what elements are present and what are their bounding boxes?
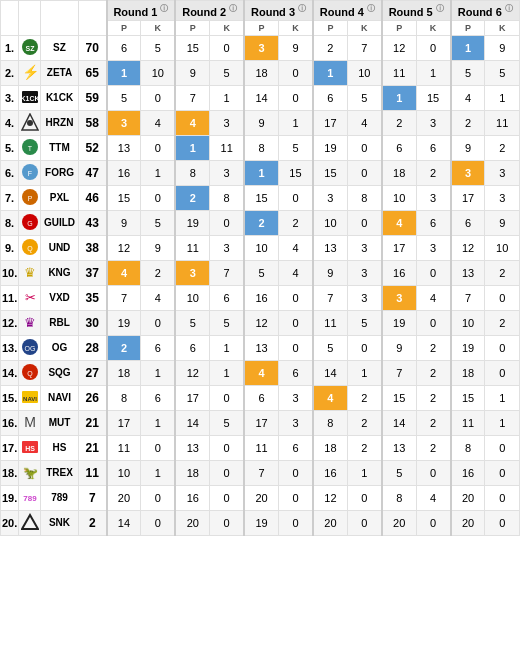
round1-k-cell: 0: [141, 435, 175, 460]
round2-p-cell: 8: [175, 160, 209, 185]
round2-k-cell: 6: [210, 285, 244, 310]
total-cell: 59: [79, 85, 107, 110]
round6-p-cell: 20: [451, 510, 485, 535]
round2-k-cell: 11: [210, 135, 244, 160]
round4-p-cell: 4: [313, 385, 347, 410]
table-row: 8.GGUILD4395190221004669: [1, 210, 520, 235]
round2-p-cell: 5: [175, 310, 209, 335]
round5-k-cell: 2: [416, 335, 450, 360]
round1-k-cell: 6: [141, 385, 175, 410]
round6-header: Round 6 ⓘ: [451, 1, 520, 21]
round5-k-cell: 2: [416, 410, 450, 435]
round5-p-cell: 4: [382, 210, 416, 235]
round2-k-cell: 3: [210, 160, 244, 185]
svg-text:M: M: [24, 414, 36, 430]
total-header: [79, 1, 107, 36]
round3-p-cell: 11: [244, 435, 278, 460]
round6-k-cell: 1: [485, 385, 520, 410]
round6-k-cell: 1: [485, 85, 520, 110]
round2-k-cell: 0: [210, 210, 244, 235]
logo-cell: [19, 510, 41, 535]
round3-k-cell: 0: [279, 335, 313, 360]
round6-k-cell: 3: [485, 185, 520, 210]
total-cell: 46: [79, 185, 107, 210]
round4-p-cell: 14: [313, 360, 347, 385]
round6-k-cell: 0: [485, 510, 520, 535]
round6-p-cell: 3: [451, 160, 485, 185]
r5-k: K: [416, 20, 450, 35]
round1-p-cell: 20: [107, 485, 141, 510]
round5-k-cell: 3: [416, 185, 450, 210]
rank-cell: 6.: [1, 160, 19, 185]
round4-p-cell: 19: [313, 135, 347, 160]
round3-k-cell: 3: [279, 385, 313, 410]
round6-p-cell: 17: [451, 185, 485, 210]
round4-p-cell: 10: [313, 210, 347, 235]
round4-p-cell: 8: [313, 410, 347, 435]
round5-p-cell: 16: [382, 260, 416, 285]
round6-p-cell: 8: [451, 435, 485, 460]
rank-cell: 10.: [1, 260, 19, 285]
round2-k-cell: 7: [210, 260, 244, 285]
round3-p-cell: 14: [244, 85, 278, 110]
round1-p-cell: 19: [107, 310, 141, 335]
rank-cell: 8.: [1, 210, 19, 235]
rank-cell: 16.: [1, 410, 19, 435]
round6-p-cell: 2: [451, 110, 485, 135]
round2-k-cell: 3: [210, 235, 244, 260]
round1-p-cell: 17: [107, 410, 141, 435]
logo-cell: ♛: [19, 310, 41, 335]
team-name-cell: GUILD: [41, 210, 79, 235]
total-cell: 52: [79, 135, 107, 160]
round5-k-cell: 3: [416, 110, 450, 135]
team-name-cell: VXD: [41, 285, 79, 310]
round1-p-cell: 10: [107, 460, 141, 485]
r1-p: P: [107, 20, 141, 35]
round1-p-cell: 18: [107, 360, 141, 385]
total-cell: 35: [79, 285, 107, 310]
round6-k-cell: 0: [485, 485, 520, 510]
round4-k-cell: 3: [347, 285, 381, 310]
round1-p-cell: 7: [107, 285, 141, 310]
team-name-cell: ZETA: [41, 60, 79, 85]
round1-k-cell: 0: [141, 85, 175, 110]
round1-k-cell: 1: [141, 410, 175, 435]
round2-p-cell: 3: [175, 260, 209, 285]
logo-cell: 🦖: [19, 460, 41, 485]
r1-k: K: [141, 20, 175, 35]
round6-k-cell: 2: [485, 135, 520, 160]
round1-k-cell: 6: [141, 335, 175, 360]
round6-k-cell: 11: [485, 110, 520, 135]
round6-p-cell: 18: [451, 360, 485, 385]
logo-cell: M: [19, 410, 41, 435]
round3-p-cell: 13: [244, 335, 278, 360]
round3-k-cell: 4: [279, 235, 313, 260]
svg-text:♛: ♛: [24, 265, 36, 280]
round2-p-cell: 18: [175, 460, 209, 485]
round1-p-cell: 2: [107, 335, 141, 360]
round3-p-cell: 9: [244, 110, 278, 135]
r6-p: P: [451, 20, 485, 35]
round6-k-cell: 0: [485, 285, 520, 310]
round5-k-cell: 2: [416, 435, 450, 460]
round6-k-cell: 5: [485, 60, 520, 85]
round5-p-cell: 6: [382, 135, 416, 160]
team-name-cell: RBL: [41, 310, 79, 335]
round2-p-cell: 17: [175, 385, 209, 410]
total-cell: 11: [79, 460, 107, 485]
round6-k-cell: 9: [485, 35, 520, 60]
round2-header: Round 2 ⓘ: [175, 1, 244, 21]
total-cell: 21: [79, 435, 107, 460]
round1-k-cell: 0: [141, 310, 175, 335]
round4-k-cell: 0: [347, 510, 381, 535]
total-cell: 58: [79, 110, 107, 135]
round4-k-cell: 0: [347, 135, 381, 160]
round5-k-cell: 0: [416, 35, 450, 60]
round2-k-cell: 0: [210, 485, 244, 510]
rank-cell: 4.: [1, 110, 19, 135]
round5-k-cell: 15: [416, 85, 450, 110]
round1-k-cell: 0: [141, 135, 175, 160]
table-row: 19.789789720016020012084200: [1, 485, 520, 510]
round1-p-cell: 9: [107, 210, 141, 235]
round5-k-cell: 6: [416, 135, 450, 160]
